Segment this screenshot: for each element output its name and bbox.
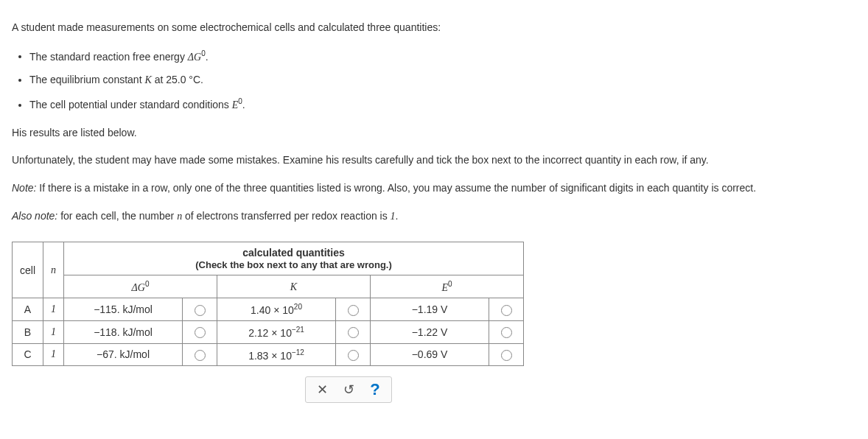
col-header-calculated: calculated quantities (Check the box nex… bbox=[64, 242, 524, 275]
note-body: If there is a mistake in a row, only one… bbox=[36, 182, 756, 194]
paragraph: Unfortunately, the student may have made… bbox=[12, 152, 856, 169]
cell-id: C bbox=[13, 343, 43, 366]
cell-k-value: 1.40 × 1020 bbox=[217, 298, 336, 321]
note-label: Note: bbox=[12, 182, 36, 194]
radio-k[interactable] bbox=[348, 350, 359, 361]
list-item: The cell potential under standard condit… bbox=[29, 95, 856, 113]
cell-dg-value: −115. kJ/mol bbox=[64, 298, 183, 321]
cell-id: B bbox=[13, 321, 43, 344]
also-note-label: Also note: bbox=[12, 210, 57, 222]
text: . bbox=[206, 50, 209, 62]
col-header-e: E0 bbox=[371, 275, 524, 298]
col-header-k: K bbox=[217, 275, 371, 298]
help-icon: ? bbox=[370, 380, 379, 399]
text: of electrons transferred per redox react… bbox=[182, 210, 390, 222]
symbol-k: K bbox=[290, 281, 297, 292]
table-row: B 1 −118. kJ/mol 2.12 × 10−21 −1.22 V bbox=[13, 321, 524, 344]
radio-e[interactable] bbox=[501, 350, 512, 361]
paragraph: His results are listed below. bbox=[12, 124, 856, 142]
cell-k-value: 1.83 × 10−12 bbox=[217, 343, 336, 366]
radio-e[interactable] bbox=[501, 305, 512, 316]
radio-e[interactable] bbox=[501, 327, 512, 338]
k-exp: 20 bbox=[294, 303, 302, 311]
k-base: 1.40 × 10 bbox=[251, 304, 294, 316]
text: The standard reaction free energy bbox=[29, 50, 188, 62]
symbol-dg: ΔG bbox=[188, 51, 201, 62]
col-header-dg: ΔG0 bbox=[64, 275, 217, 298]
col-header-n: n bbox=[43, 242, 64, 298]
text: at 25.0 °C. bbox=[152, 74, 203, 85]
text: The equilibrium constant bbox=[29, 74, 144, 85]
col-header-cell: cell bbox=[13, 242, 43, 298]
footer-toolbar: ✕ ↺ ? bbox=[305, 376, 392, 403]
k-base: 2.12 × 10 bbox=[248, 327, 292, 339]
radio-k[interactable] bbox=[348, 305, 359, 316]
cell-e-value: −0.69 V bbox=[371, 343, 489, 366]
cell-n: 1 bbox=[43, 321, 64, 344]
value-one: 1 bbox=[391, 211, 396, 222]
quantity-list: The standard reaction free energy ΔG0. T… bbox=[29, 47, 856, 114]
intro-text: A student made measurements on some elec… bbox=[12, 19, 856, 37]
k-base: 1.83 × 10 bbox=[248, 349, 292, 361]
cell-n: 1 bbox=[43, 298, 64, 321]
symbol-k: K bbox=[144, 74, 151, 85]
close-button[interactable]: ✕ bbox=[309, 379, 335, 400]
k-exp: −12 bbox=[292, 348, 304, 357]
radio-dg[interactable] bbox=[195, 350, 206, 361]
symbol-e: E bbox=[232, 99, 239, 110]
text: The cell potential under standard condit… bbox=[29, 99, 232, 110]
reset-button[interactable]: ↺ bbox=[335, 379, 362, 400]
results-table: cell n calculated quantities (Check the … bbox=[12, 242, 524, 367]
radio-dg[interactable] bbox=[195, 305, 206, 316]
header-subtitle: (Check the box next to any that are wron… bbox=[195, 259, 392, 270]
text: . bbox=[242, 99, 245, 110]
text: for each cell, the number bbox=[57, 210, 177, 222]
help-button[interactable]: ? bbox=[362, 379, 388, 400]
also-note-paragraph: Also note: for each cell, the number n o… bbox=[12, 208, 856, 225]
radio-k[interactable] bbox=[348, 327, 359, 338]
list-item: The standard reaction free energy ΔG0. bbox=[29, 47, 856, 66]
cell-k-value: 2.12 × 10−21 bbox=[217, 321, 336, 344]
sup: 0 bbox=[145, 280, 150, 288]
cell-dg-value: −67. kJ/mol bbox=[64, 343, 183, 366]
note-paragraph: Note: If there is a mistake in a row, on… bbox=[12, 180, 856, 197]
close-icon: ✕ bbox=[317, 382, 328, 398]
symbol-e: E bbox=[441, 281, 448, 292]
text: . bbox=[396, 210, 399, 222]
cell-id: A bbox=[13, 298, 43, 321]
symbol-dg: ΔG bbox=[132, 281, 145, 292]
table-row: A 1 −115. kJ/mol 1.40 × 1020 −1.19 V bbox=[13, 298, 524, 321]
reset-icon: ↺ bbox=[343, 382, 354, 398]
sup: 0 bbox=[448, 280, 452, 288]
radio-dg[interactable] bbox=[195, 327, 206, 338]
k-exp: −21 bbox=[292, 326, 304, 334]
cell-dg-value: −118. kJ/mol bbox=[64, 321, 183, 344]
cell-e-value: −1.22 V bbox=[371, 321, 489, 344]
header-title: calculated quantities bbox=[242, 247, 344, 259]
list-item: The equilibrium constant K at 25.0 °C. bbox=[29, 71, 856, 89]
cell-e-value: −1.19 V bbox=[371, 298, 489, 321]
table-row: C 1 −67. kJ/mol 1.83 × 10−12 −0.69 V bbox=[13, 343, 524, 366]
cell-n: 1 bbox=[43, 343, 64, 366]
